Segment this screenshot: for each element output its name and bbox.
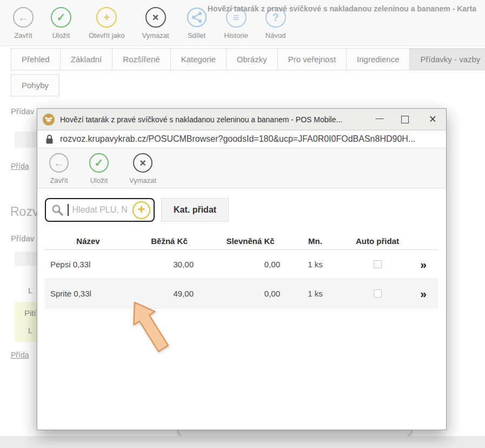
table-row-pepsi[interactable]: Pepsi 0,33l 30,00 0,00 1 ks » xyxy=(45,250,439,279)
header-bezna: Běžná Kč xyxy=(131,236,207,246)
cell-price: 30,00 xyxy=(131,260,207,269)
dialog-save-label: Uložit xyxy=(90,176,108,185)
cell-price: 49,00 xyxy=(131,289,207,298)
lock-icon xyxy=(46,135,53,144)
arrow-left-icon: ← xyxy=(49,153,69,173)
add-plu-button[interactable]: + xyxy=(132,201,150,219)
check-icon: ✓ xyxy=(89,153,109,173)
bg-bottom-strip xyxy=(0,436,485,448)
auto-add-checkbox[interactable] xyxy=(374,289,382,298)
save-button[interactable]: ✓ Uložit xyxy=(51,7,71,39)
tab-pridavky-vazby[interactable]: Přídavky - vazby xyxy=(409,48,485,70)
table-header-row: Název Běžná Kč Slevněná Kč Mn. Auto přid… xyxy=(45,233,439,250)
share-label: Sdílet xyxy=(188,31,205,39)
cross-icon: × xyxy=(145,7,166,28)
tab-bar: Přehled Základní Rozšířené Kategorie Obr… xyxy=(11,48,468,96)
dialog-close-button[interactable]: ← Zavřít xyxy=(49,153,69,185)
help-label: Návod xyxy=(265,31,286,39)
bg-label-piti: Pití xyxy=(24,308,36,318)
save-label: Uložit xyxy=(52,31,70,39)
url-text: rozvoz.krupavykrab.cz/POSUCMBrowser?good… xyxy=(60,134,415,144)
search-icon xyxy=(51,204,64,216)
tab-ingredience[interactable]: Ingredience xyxy=(346,48,410,70)
add-category-button[interactable]: Kat. přidat xyxy=(161,198,229,222)
dialog-close-label: Zavřít xyxy=(50,176,68,185)
cursor-arrow-icon xyxy=(129,298,175,360)
maximize-button[interactable] xyxy=(401,116,409,123)
bg-label-l: L xyxy=(28,286,32,295)
cell-sale-price: 0,00 xyxy=(207,260,294,269)
open-as-label: Otevřít jako xyxy=(89,31,124,39)
tab-pro-verejnost[interactable]: Pro veřejnost xyxy=(277,48,347,70)
page: ← Zavřít ✓ Uložit + Otevřít jako × Vymaz… xyxy=(0,0,485,448)
search-input[interactable]: Hledat PLU, N + xyxy=(45,198,155,222)
close-label: Zavřít xyxy=(14,31,32,39)
popup-window: Hovězí tatarák z pravé svíčkové s naklad… xyxy=(37,108,447,430)
window-close-button[interactable]: × xyxy=(429,113,436,126)
cell-name: Pepsi 0,33l xyxy=(45,260,131,269)
check-icon: ✓ xyxy=(51,7,71,28)
delete-label: Vymazat xyxy=(142,31,169,39)
window-titlebar[interactable]: Hovězí tatarák z pravé svíčkové s naklad… xyxy=(37,109,446,130)
cross-icon: × xyxy=(133,153,152,173)
bg-addons-label: Přídav xyxy=(11,107,34,116)
dialog-delete-label: Vymazat xyxy=(129,176,156,185)
bg-section-heading: Rozv xyxy=(10,205,38,219)
header-auto-pridat: Auto přidat xyxy=(337,236,418,246)
history-label: Historie xyxy=(224,31,248,39)
cell-name: Sprite 0,33l xyxy=(45,289,131,298)
tab-obrazky[interactable]: Obrázky xyxy=(226,48,278,70)
bg-add-link-2[interactable]: Přída xyxy=(11,351,29,359)
tab-prehled[interactable]: Přehled xyxy=(11,48,61,70)
minimize-button[interactable]: — xyxy=(376,113,384,122)
close-button[interactable]: ← Zavřít xyxy=(13,7,34,39)
cell-sale-price: 0,00 xyxy=(207,289,294,298)
expand-chevron[interactable]: » xyxy=(418,287,439,300)
dialog-toolbar: ← Zavřít ✓ Uložit × Vymazat xyxy=(37,148,446,188)
expand-chevron[interactable]: » xyxy=(418,258,439,271)
auto-add-checkbox[interactable] xyxy=(374,260,382,268)
window-title: Hovězí tatarák z pravé svíčkové s naklad… xyxy=(60,115,363,124)
header-nazev: Název xyxy=(45,236,131,246)
plus-icon: + xyxy=(96,7,117,28)
addons-table: Název Běžná Kč Slevněná Kč Mn. Auto přid… xyxy=(45,233,439,308)
tab-zakladni[interactable]: Základní xyxy=(60,48,113,70)
cell-quantity: 1 ks xyxy=(294,260,337,269)
header-mn: Mn. xyxy=(294,236,337,246)
open-as-button[interactable]: + Otevřít jako xyxy=(89,7,124,39)
header-slevnena: Slevněná Kč xyxy=(207,236,294,246)
bg-add-link-1[interactable]: Přída xyxy=(11,162,29,170)
tab-pohyby[interactable]: Pohyby xyxy=(11,74,59,96)
arrow-left-icon: ← xyxy=(13,7,34,28)
dialog-save-button[interactable]: ✓ Uložit xyxy=(89,153,109,185)
tab-kategorie[interactable]: Kategorie xyxy=(170,48,227,70)
dialog-delete-button[interactable]: × Vymazat xyxy=(129,153,156,185)
dialog-content: Hledat PLU, N + Kat. přidat Název Běžná … xyxy=(37,188,446,308)
text-caret xyxy=(68,204,69,216)
delete-button[interactable]: × Vymazat xyxy=(142,7,169,39)
address-bar[interactable]: rozvoz.krupavykrab.cz/POSUCMBrowser?good… xyxy=(37,130,446,148)
bg-addons-label-2: Přídav xyxy=(11,234,34,243)
bg-label-l2: L xyxy=(28,326,32,335)
search-placeholder: Hledat PLU, N xyxy=(72,205,129,215)
table-row-sprite[interactable]: Sprite 0,33l 49,00 0,00 1 ks » xyxy=(45,279,439,308)
page-title: Hovězí tatarák z pravé svíčkové s naklad… xyxy=(195,4,476,14)
tab-rozsirene[interactable]: Rozšířené xyxy=(112,48,170,70)
crab-favicon-icon xyxy=(43,114,55,126)
cell-quantity: 1 ks xyxy=(294,289,337,298)
